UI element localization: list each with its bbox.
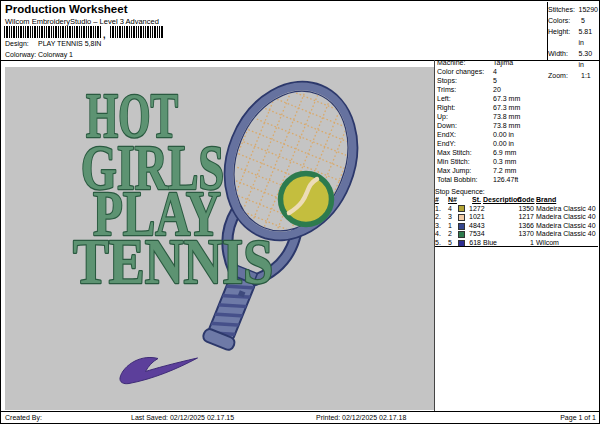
- stat-height: Height:5.81 in: [548, 26, 598, 48]
- machine-row: Machine:Tajima: [437, 58, 597, 67]
- machine-row: Max Jump:7.2 mm: [437, 166, 597, 175]
- machine-row: Min Stitch:0.3 mm: [437, 157, 597, 166]
- design-barcode: ,: [4, 26, 163, 38]
- footer-printed: Printed: 02/12/2025 02.17.18: [316, 414, 406, 421]
- thread-color-swatch: [458, 214, 465, 221]
- thread-color-swatch: [458, 223, 465, 230]
- machine-row: Color changes:4: [437, 67, 597, 76]
- barcode-bars-left: [4, 26, 102, 38]
- colorway-value: Colorway 1: [38, 51, 73, 58]
- embroidery-design: HOT GIRLS PLAY TENNIS: [5, 67, 434, 410]
- footer-page-number: Page 1 of 1: [560, 414, 596, 421]
- design-value: PLAY TENNIS 5,8IN: [38, 40, 101, 47]
- production-worksheet-page: Production Worksheet Wilcom EmbroiderySt…: [0, 0, 600, 424]
- table-row: 2. 3 1021 1217 Madeira Classic 40: [435, 213, 599, 222]
- machine-row: Max Stitch:6.9 mm: [437, 148, 597, 157]
- machine-row: Up:73.8 mm: [437, 112, 597, 121]
- machine-row: Trims:20: [437, 85, 597, 94]
- stop-sequence-panel: Stop Sequence: # N# St. Description Code…: [435, 187, 599, 248]
- machine-info-panel: Machine:Tajima Color changes:4 Stops:5 T…: [437, 58, 597, 184]
- colorway-label: Colorway:: [5, 51, 38, 58]
- machine-row: Right:67.3 mm: [437, 103, 597, 112]
- design-canvas: HOT GIRLS PLAY TENNIS: [5, 67, 434, 410]
- machine-row: Total Bobbin:126.47ft: [437, 175, 597, 184]
- machine-row: EndX:0.00 in: [437, 130, 597, 139]
- stop-sequence-title: Stop Sequence:: [435, 187, 599, 196]
- design-text: HOT GIRLS PLAY TENNIS: [73, 80, 273, 297]
- app-subtitle: Wilcom EmbroideryStudio – Level 3 Advanc…: [5, 17, 159, 26]
- stat-stitches: Stitches:15290: [548, 4, 598, 15]
- stat-colors: Colors:5: [548, 15, 598, 26]
- thread-color-swatch: [458, 231, 465, 238]
- thread-color-swatch: [458, 205, 465, 212]
- machine-row: Down:73.8 mm: [437, 121, 597, 130]
- machine-row: Stops:5: [437, 76, 597, 85]
- stop-sequence-header: # N# St. Description Code Brand: [435, 196, 599, 205]
- table-row: 1. 4 1272 1350 Madeira Classic 40: [435, 205, 599, 214]
- design-label: Design:: [5, 40, 38, 47]
- table-row: 4. 2 7534 1370 Madeira Classic 40: [435, 230, 599, 239]
- machine-row: Left:67.3 mm: [437, 94, 597, 103]
- footer-divider-line: [1, 411, 599, 412]
- tennis-ball: [281, 174, 332, 225]
- colorway-row: Colorway: Colorway 1: [5, 51, 73, 58]
- design-text-line-4: TENNIS: [73, 226, 273, 297]
- table-row: 3. 1 4843 1366 Madeira Classic 40: [435, 222, 599, 231]
- footer-created-by: Created By:: [5, 414, 42, 421]
- barcode-separator: ,: [103, 32, 106, 38]
- design-name-row: Design: PLAY TENNIS 5,8IN: [5, 40, 101, 47]
- barcode-bars-right: [110, 26, 163, 38]
- stop-sequence-bottom-rule: [435, 246, 598, 247]
- swoosh-logo-icon: [120, 357, 198, 383]
- machine-row: EndY:0.00 in: [437, 139, 597, 148]
- footer-last-saved: Last Saved: 02/12/2025 02.17.15: [131, 414, 234, 421]
- page-title: Production Worksheet: [5, 3, 127, 15]
